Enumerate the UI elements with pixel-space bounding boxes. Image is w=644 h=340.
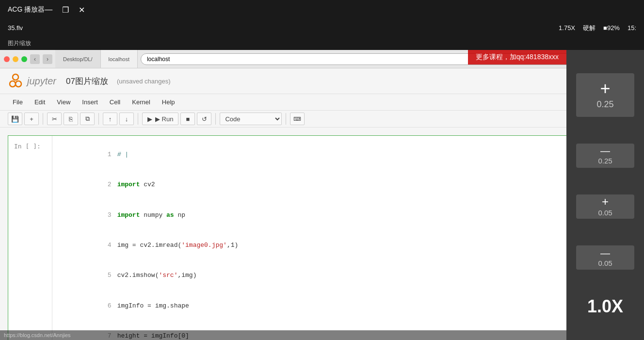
jupyter-header: jupyter 07图片缩放 (unsaved changes) (0, 68, 644, 94)
cell-code[interactable]: 1# | 2import cv2 3import numpy as np 4im… (52, 136, 636, 340)
toolbar-separator-1 (43, 113, 43, 125)
run-label: ▶ Run (155, 115, 173, 123)
zoom-plus-large-label: 0.25 (596, 99, 613, 110)
time-label: 15: (628, 24, 636, 32)
tab-desktop[interactable]: Desktop/DL/ (55, 50, 101, 68)
jupyter-logo-icon (8, 73, 23, 89)
code-line-2: 2import cv2 (56, 170, 632, 200)
notebook-cell[interactable]: In [ ]: 1# | 2import cv2 3import numpy a… (8, 135, 636, 340)
move-down-button[interactable]: ↓ (119, 113, 134, 125)
speed-label: 1.75X (559, 24, 575, 32)
paste-button[interactable]: ⧉ (80, 113, 95, 125)
overlay-text: 更多课程，加qq:481838xxx (476, 53, 559, 61)
run-button[interactable]: ▶ ▶ Run (142, 113, 178, 125)
bottom-url: https://blog.csdn.net/Annjies (4, 332, 71, 338)
current-zoom-display: 1.0X (587, 296, 623, 317)
overlay-banner: 更多课程，加qq:481838xxx (468, 50, 566, 65)
svg-point-2 (16, 81, 21, 87)
cell-area: In [ ]: 1# | 2import cv2 3import numpy a… (0, 128, 644, 340)
zoom-plus-large-button[interactable]: + 0.25 (576, 73, 634, 117)
toolbar-separator-5 (286, 113, 286, 125)
move-up-button[interactable]: ↑ (103, 113, 117, 125)
stop-button[interactable]: ■ (180, 113, 195, 125)
code-line-3: 3import numpy as np (56, 200, 632, 230)
svg-point-0 (13, 74, 18, 80)
jupyter-menubar: File Edit View Insert Cell Kernel Help T… (0, 94, 644, 111)
titlebar-controls: — ❐ ✕ (45, 5, 85, 15)
jupyter-toolbar: 💾 + ✂ ⎘ ⧉ ↑ ↓ ▶ ▶ Run ■ ↺ Code Markdown … (0, 111, 644, 128)
toolbar-separator-2 (98, 113, 99, 125)
plus-large-icon: + (600, 80, 610, 97)
code-line-4: 4img = cv2.imread('image0.jpg',1) (56, 230, 632, 260)
save-button[interactable]: 💾 (8, 113, 22, 125)
statusbar-right: 1.75X 硬解 ■92% 15: (559, 24, 636, 32)
zoom-minus-small-button[interactable]: — 0.05 (576, 245, 634, 270)
jupyter-unsaved-indicator: (unsaved changes) (117, 78, 171, 85)
zoom-minus-large-label: 0.25 (598, 157, 612, 165)
minus-small-icon: — (600, 248, 610, 258)
menu-edit[interactable]: Edit (30, 97, 50, 108)
cell-label: In [ ]: (8, 136, 52, 340)
restart-button[interactable]: ↺ (197, 113, 211, 125)
browser: ‹ › Desktop/DL/ localhost ↻ 07图片缩放 (0, 50, 644, 340)
menu-view[interactable]: View (52, 97, 75, 108)
browser-tabs: Desktop/DL/ localhost (55, 50, 138, 68)
close-button[interactable]: ✕ (79, 5, 85, 15)
maximize-button[interactable]: ❐ (62, 5, 69, 15)
traffic-red-button[interactable] (4, 56, 10, 62)
titlebar: ACG 播放器 — ❐ ✕ (0, 0, 644, 19)
toolbar-separator-4 (215, 113, 216, 125)
keyboard-shortcuts-button[interactable]: ⌨ (290, 113, 305, 125)
subtitlebar: 图片缩放 (0, 36, 644, 50)
add-cell-button[interactable]: + (24, 113, 39, 125)
code-line-5: 5cv2.imshow('src',img) (56, 261, 632, 291)
bottom-bar: https://blog.csdn.net/Annjies (0, 330, 644, 340)
toolbar-separator-3 (138, 113, 138, 125)
menu-insert[interactable]: Insert (77, 97, 103, 108)
zoom-plus-small-label: 0.05 (598, 209, 612, 217)
zoom-minus-small-label: 0.05 (598, 259, 612, 267)
code-line-6: 6imgInfo = img.shape (56, 291, 632, 321)
minimize-button[interactable]: — (45, 5, 52, 14)
run-icon: ▶ (147, 115, 152, 123)
menu-file[interactable]: File (8, 97, 28, 108)
code-line-1: 1# | (56, 140, 632, 170)
jupyter-title-text: jupyter (27, 76, 56, 87)
zoom-plus-small-button[interactable]: + 0.05 (576, 194, 634, 219)
menu-kernel[interactable]: Kernel (127, 97, 155, 108)
tab-localhost[interactable]: localhost (101, 50, 138, 68)
plus-small-icon: + (602, 196, 609, 208)
copy-button[interactable]: ⎘ (64, 113, 78, 125)
jupyter-logo: jupyter (8, 73, 56, 89)
subtitle-label: 图片缩放 (8, 39, 31, 48)
battery-label: ■92% (603, 24, 620, 32)
decode-label: 硬解 (583, 24, 596, 32)
cell-type-select[interactable]: Code Markdown Raw NBConvert (220, 113, 282, 125)
nav-forward-button[interactable]: › (43, 54, 52, 64)
filename-label: 35.flv (8, 24, 23, 32)
menu-cell[interactable]: Cell (105, 97, 125, 108)
traffic-yellow-button[interactable] (13, 56, 18, 62)
minus-large-icon: — (600, 146, 610, 156)
zoom-minus-large-button[interactable]: — 0.25 (576, 144, 634, 168)
nav-back-button[interactable]: ‹ (30, 54, 40, 64)
jupyter-area: jupyter 07图片缩放 (unsaved changes) File Ed… (0, 68, 644, 340)
traffic-green-button[interactable] (21, 56, 27, 62)
titlebar-title: ACG 播放器 (8, 5, 45, 14)
menu-help[interactable]: Help (157, 97, 180, 108)
jupyter-notebook-name[interactable]: 07图片缩放 (66, 76, 108, 87)
svg-point-1 (10, 81, 16, 87)
statusbar: 35.flv 1.75X 硬解 ■92% 15: (0, 19, 644, 36)
cut-button[interactable]: ✂ (47, 113, 62, 125)
zoom-panel: + 0.25 — 0.25 + 0.05 — 0.05 1.0X (566, 50, 644, 340)
